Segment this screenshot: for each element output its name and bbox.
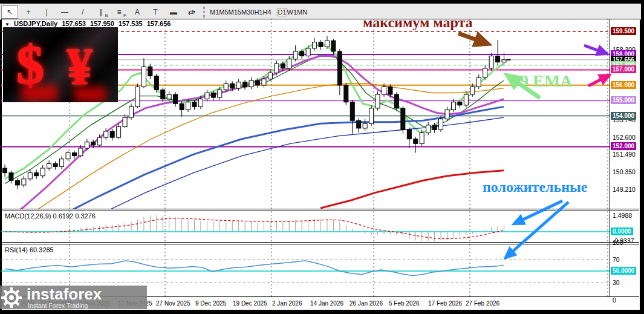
timeframe-M15[interactable]: M15 [229, 8, 241, 16]
pane-separator[interactable] [1, 242, 639, 243]
rsi-mid-badge: 50.0000 [611, 267, 636, 275]
red-reflection [74, 87, 106, 102]
price-axis-badge: 154.000 [611, 112, 636, 120]
chart-title: ▼ USDJPY,Daily 157.653 157.950 157.535 1… [5, 20, 173, 27]
vertical-line-icon[interactable]: | [39, 6, 54, 18]
arrows-shapes-icon[interactable]: ⇄▾ [184, 6, 200, 18]
macd-axis-label: 1.4988 [613, 212, 632, 219]
cursor-icon[interactable]: ↖ [1, 5, 18, 19]
timeframe-M5[interactable]: M5 [219, 8, 228, 16]
time-axis-label: 2 Jan 2026 [272, 300, 302, 307]
crosshair-icon[interactable]: + [21, 6, 36, 18]
timeframe-M1[interactable]: M1 [210, 8, 219, 16]
trading-terminal: ↖+|—/∥E≡FAT▬⇄▾ M1M5M15M30H1H4D1W1MN ▼ US… [0, 0, 644, 314]
price-axis-badge: 159.500 [611, 27, 636, 35]
price-axis-label: 149.210 [613, 186, 636, 193]
text-icon[interactable]: A [129, 6, 145, 18]
pane-separator [1, 211, 639, 211]
rsi-axis-label: 0 [613, 296, 616, 304]
price-axis-label: 150.350 [613, 168, 636, 175]
time-axis-label: 9 Dec 2025 [195, 300, 226, 307]
toolbar-grip[interactable] [203, 7, 207, 18]
currency-symbols-image: $ ¥ [3, 27, 118, 102]
toolbar: ↖+|—/∥E≡FAT▬⇄▾ M1M5M15M30H1H4D1W1MN [0, 4, 641, 20]
macd-indicator-label: MACD(12,26,9) 0.6192 0.3276 [5, 212, 96, 220]
high-value: 157.950 [90, 20, 114, 27]
positive-annotation: положительные [483, 179, 587, 195]
macd-zero-badge: 0.0000 [611, 227, 633, 235]
rsi-axis-label: 30 [613, 279, 620, 286]
time-axis-label: 27 Nov 2025 [156, 300, 190, 307]
rsi-axis-label: 70 [613, 256, 620, 263]
pane-separator[interactable] [1, 209, 639, 209]
ema9-annotation: 9 EMA [520, 71, 572, 91]
close-value: 157.656 [147, 20, 171, 27]
price-axis-border [610, 19, 610, 296]
timeframe-H1[interactable]: H1 [254, 8, 262, 16]
macd-signal-value: 0.3276 [75, 212, 96, 220]
price-axis-badge: 157.000 [611, 65, 636, 73]
instaforex-gear-icon [0, 286, 23, 309]
rsi-axis-label: 100 [613, 239, 623, 246]
rsi-indicator-label: RSI(14) 60.3285 [5, 246, 54, 253]
price-axis-badge: 155.000 [611, 96, 636, 104]
macd-main-value: 0.6192 [53, 212, 73, 220]
equidistant-channel-icon[interactable]: ∥E [93, 6, 109, 18]
instaforex-watermark: instaforex Instant Forex Trading [0, 286, 147, 309]
rsi-value: 60.3285 [30, 246, 54, 253]
rectangle-icon[interactable]: ▬ [166, 6, 181, 18]
march-maximum-annotation: максимум марта [363, 15, 473, 31]
pane-separator [1, 244, 639, 244]
timeframe-buttons: M1M5M15M30H1H4D1W1MN [210, 6, 307, 18]
price-axis-label: 152.600 [613, 134, 636, 141]
watermark-name: instaforex [27, 286, 102, 302]
price-axis-badge: 152.000 [611, 142, 636, 150]
time-axis-label: 27 Feb 2026 [466, 300, 499, 307]
open-value: 157.653 [62, 20, 86, 27]
timeframe-M30[interactable]: M30 [241, 8, 254, 16]
time-axis-label: 26 Jan 2026 [350, 300, 383, 307]
trendline-icon[interactable]: / [75, 6, 91, 18]
timeframe-D1[interactable]: D1 [278, 8, 287, 16]
symbol-dropdown-icon[interactable]: ▼ [5, 22, 10, 27]
horizontal-line-icon[interactable]: — [57, 6, 73, 18]
symbol-label: USDJPY,Daily [14, 20, 57, 27]
text-label-icon[interactable]: T [148, 6, 163, 18]
timeframe-MN[interactable]: MN [297, 8, 307, 16]
time-axis-label: 5 Feb 2026 [389, 300, 420, 307]
low-value: 157.535 [119, 20, 143, 27]
time-axis-label: 17 Feb 2026 [428, 300, 462, 307]
timeframe-W1[interactable]: W1 [287, 8, 298, 16]
price-axis-label: 151.490 [613, 151, 636, 158]
drawing-tools: ↖+|—/∥E≡FAT▬⇄▾ [0, 5, 201, 19]
watermark-tagline: Instant Forex Trading [28, 303, 102, 309]
fibonacci-icon[interactable]: ≡F [111, 6, 127, 18]
red-reflection [21, 85, 57, 101]
time-axis-label: 19 Dec 2025 [233, 300, 267, 307]
price-axis-badge: 156.000 [611, 81, 636, 89]
time-axis-label: 14 Jan 2026 [310, 300, 343, 307]
timeframe-H4[interactable]: H4 [262, 8, 271, 16]
